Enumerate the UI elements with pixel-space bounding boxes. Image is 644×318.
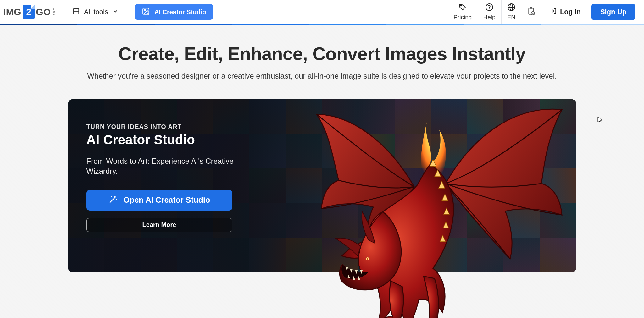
svg-point-18 xyxy=(111,196,112,197)
logo[interactable]: IMG 2 GO .com xyxy=(0,0,63,24)
pricing-label: Pricing xyxy=(453,14,472,21)
all-tools-dropdown[interactable]: All tools xyxy=(63,0,128,24)
signup-button[interactable]: Sign Up xyxy=(591,4,635,20)
learn-more-button[interactable]: Learn More xyxy=(86,218,232,232)
banner-eyebrow: TURN YOUR IDEAS INTO ART xyxy=(86,123,241,130)
open-ai-creator-studio-button[interactable]: Open AI Creator Studio xyxy=(86,190,232,211)
mouse-cursor-icon xyxy=(597,116,603,124)
help-icon xyxy=(485,3,493,13)
hero-subtitle: Whether you're a seasoned designer or a … xyxy=(0,72,644,80)
login-link[interactable]: Log In xyxy=(541,8,590,16)
signup-label: Sign Up xyxy=(600,8,626,16)
help-label: Help xyxy=(483,14,495,21)
logo-suffix: .com xyxy=(52,7,56,17)
price-tag-icon xyxy=(458,3,467,13)
logo-text-go: GO xyxy=(36,7,51,17)
logo-text-img: IMG xyxy=(3,7,21,17)
header-gradient-bar xyxy=(0,24,644,25)
login-icon xyxy=(550,8,557,16)
language-selector[interactable]: EN xyxy=(501,0,521,24)
banner: TURN YOUR IDEAS INTO ART AI Creator Stud… xyxy=(68,99,576,272)
magic-wand-icon xyxy=(108,195,118,206)
banner-content: TURN YOUR IDEAS INTO ART AI Creator Stud… xyxy=(86,123,241,232)
image-ai-icon: AI xyxy=(142,7,150,17)
open-ai-creator-studio-label: Open AI Creator Studio xyxy=(124,195,210,205)
svg-point-17 xyxy=(116,199,117,200)
svg-point-4 xyxy=(144,9,145,11)
hero-title: Create, Edit, Enhance, Convert Images In… xyxy=(0,43,644,64)
hero: Create, Edit, Enhance, Convert Images In… xyxy=(0,43,644,80)
svg-text:AI: AI xyxy=(147,12,149,15)
logo-2-box: 2 xyxy=(23,5,35,19)
language-label: EN xyxy=(507,14,515,21)
ai-creator-studio-label: AI Creator Studio xyxy=(154,8,206,16)
globe-icon xyxy=(507,3,515,13)
history-link[interactable] xyxy=(521,0,541,24)
ai-creator-studio-button[interactable]: AI AI Creator Studio xyxy=(135,4,213,20)
svg-point-8 xyxy=(489,8,490,9)
pricing-link[interactable]: Pricing xyxy=(448,0,477,24)
chevron-down-icon xyxy=(113,8,118,15)
login-label: Log In xyxy=(560,8,581,16)
svg-point-6 xyxy=(461,5,462,6)
clipboard-clock-icon xyxy=(527,7,535,17)
header: IMG 2 GO .com All tools AI xyxy=(0,0,644,24)
banner-title: AI Creator Studio xyxy=(86,132,241,147)
banner-description: From Words to Art: Experience AI's Creat… xyxy=(86,156,241,177)
help-link[interactable]: Help xyxy=(477,0,501,24)
grid-icon xyxy=(73,8,80,16)
all-tools-label: All tools xyxy=(84,8,108,16)
learn-more-label: Learn More xyxy=(142,221,176,228)
